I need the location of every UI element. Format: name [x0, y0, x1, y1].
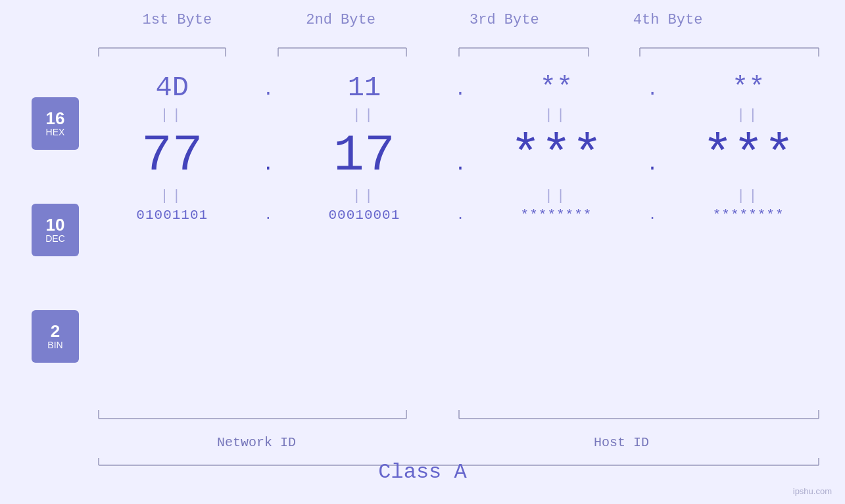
dec-byte-1: 77 [107, 127, 238, 185]
badge-hex: 16 HEX [32, 97, 79, 150]
badge-dec-label: DEC [45, 233, 65, 244]
network-id-label: Network ID [95, 435, 418, 450]
badge-bin-num: 2 [51, 323, 60, 340]
dec-byte-4: *** [683, 127, 814, 185]
eq-row-1: || || || || [95, 104, 825, 127]
bin-dot-1: . [260, 208, 276, 223]
dec-byte-3: *** [491, 127, 622, 185]
dec-byte-2: 17 [299, 127, 430, 185]
bottom-brackets-svg [95, 407, 825, 425]
eq-2-byte4: || [683, 188, 814, 204]
dec-dot-1: . [260, 153, 276, 175]
bin-dot-3: . [644, 208, 661, 223]
hex-byte-3: ** [491, 72, 622, 104]
eq-2-byte2: || [299, 188, 430, 204]
class-a-label: Class A [0, 460, 845, 484]
hex-dot-2: . [452, 80, 468, 100]
hex-byte-4: ** [683, 72, 814, 104]
hex-dot-3: . [644, 80, 661, 100]
hex-row: 4D . 11 . ** . ** [95, 62, 825, 104]
dec-row: 77 . 17 . *** . *** [95, 127, 825, 185]
bottom-brackets-area [95, 407, 825, 428]
badge-dec-num: 10 [46, 216, 65, 233]
dec-dot-3: . [644, 153, 661, 175]
bin-byte-1: 01001101 [107, 208, 238, 223]
bin-byte-2: 00010001 [299, 208, 430, 223]
eq-1-byte4: || [683, 107, 814, 124]
id-labels-row: Network ID Host ID [95, 435, 825, 450]
badge-dec: 10 DEC [32, 204, 79, 256]
eq-row-2: || || || || [95, 185, 825, 208]
dec-dot-2: . [452, 153, 468, 175]
rows-wrapper: 4D . 11 . ** . ** || || || || 77 . 17 . … [95, 62, 825, 229]
badge-bin-label: BIN [47, 340, 62, 351]
bin-row: 01001101 . 00010001 . ******** . *******… [95, 208, 825, 229]
badge-hex-num: 16 [46, 110, 65, 127]
hex-dot-1: . [260, 80, 276, 100]
badge-hex-label: HEX [46, 127, 65, 138]
eq-2-byte1: || [107, 188, 238, 204]
badge-bin: 2 BIN [32, 310, 79, 363]
eq-1-byte3: || [491, 107, 622, 124]
bin-dot-2: . [452, 208, 468, 223]
byte-header-3: 3rd Byte [439, 12, 570, 28]
eq-1-byte1: || [107, 107, 238, 124]
eq-1-byte2: || [299, 107, 430, 124]
eq-2-byte3: || [491, 188, 622, 204]
hex-byte-1: 4D [107, 72, 238, 104]
main-container: 16 HEX 10 DEC 2 BIN 1st Byte 2nd Byte 3r… [0, 0, 845, 504]
byte-header-4: 4th Byte [602, 12, 734, 28]
bin-byte-4: ******** [683, 208, 814, 223]
byte-header-2: 2nd Byte [275, 12, 406, 28]
host-id-label: Host ID [418, 435, 825, 450]
byte-header-1: 1st Byte [111, 12, 243, 28]
top-brackets-svg [95, 45, 825, 63]
bin-byte-3: ******** [491, 208, 622, 223]
watermark: ipshu.com [793, 486, 832, 496]
hex-byte-2: 11 [299, 72, 430, 104]
byte-headers: 1st Byte 2nd Byte 3rd Byte 4th Byte [0, 0, 845, 28]
